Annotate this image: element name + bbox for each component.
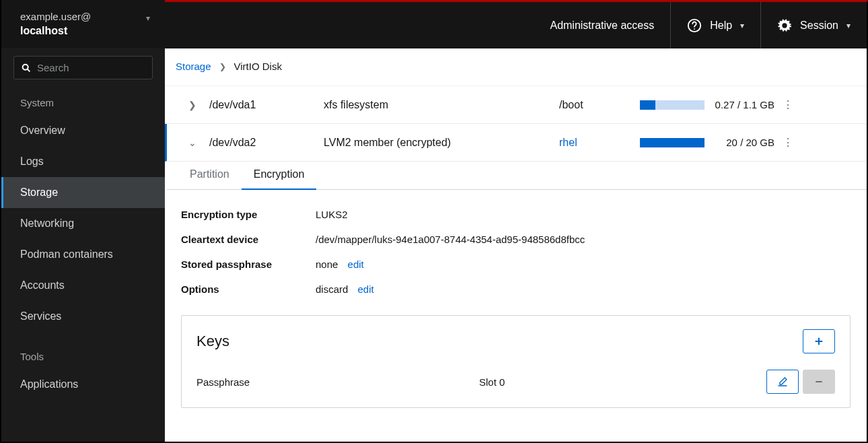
volume-group-link[interactable]: rhel	[559, 137, 577, 148]
gear-icon	[777, 18, 792, 33]
main-area: Administrative access Help ▾ Session ▾ S…	[165, 0, 868, 443]
user-at: example.user@	[20, 9, 91, 24]
partition-type: LVM2 member (encrypted)	[324, 137, 559, 149]
partition-device: /dev/vda2	[209, 137, 324, 149]
svg-point-0	[23, 65, 28, 70]
chevron-right-icon[interactable]: ❯	[176, 100, 209, 110]
caret-down-icon: ▾	[740, 21, 744, 30]
partition-mount: /boot	[559, 99, 640, 111]
session-label: Session	[800, 20, 838, 32]
breadcrumb-parent[interactable]: Storage	[176, 61, 211, 72]
partition-type: xfs filesystem	[324, 99, 559, 111]
svg-line-1	[28, 69, 30, 72]
partition-size: 0.27 / 1.1 GB	[707, 99, 774, 110]
stored-passphrase-label: Stored passphrase	[181, 259, 316, 270]
sidebar-item-overview[interactable]: Overview	[1, 115, 165, 146]
remove-key-button[interactable]	[803, 370, 835, 394]
keys-heading: Keys	[196, 333, 229, 350]
partition-size: 20 / 20 GB	[707, 137, 774, 148]
chevron-right-icon: ❯	[219, 62, 226, 71]
nav-section-tools: Tools	[1, 341, 165, 369]
edit-options-link[interactable]: edit	[358, 283, 374, 295]
admin-access-label: Administrative access	[550, 20, 654, 32]
caret-down-icon: ▾	[146, 13, 150, 23]
key-type: Passphrase	[196, 376, 479, 388]
help-icon	[687, 18, 702, 33]
partition-row[interactable]: ❯ /dev/vda1 xfs filesystem /boot 0.27 / …	[165, 86, 867, 124]
plus-icon	[813, 336, 824, 347]
content: ❯ /dev/vda1 xfs filesystem /boot 0.27 / …	[165, 86, 867, 442]
search-input[interactable]	[37, 62, 165, 73]
breadcrumb-current: VirtIO Disk	[234, 61, 282, 72]
caret-down-icon: ▾	[846, 21, 851, 30]
partition-mount: rhel	[559, 137, 640, 149]
tab-encryption[interactable]: Encryption	[242, 162, 317, 190]
sidebar-item-podman[interactable]: Podman containers	[1, 239, 165, 270]
search-field[interactable]	[13, 56, 153, 79]
sidebar: example.user@ localhost ▾ System Overvie…	[0, 0, 165, 443]
sidebar-item-storage[interactable]: Storage	[1, 177, 165, 208]
detail-tabs: Partition Encryption	[167, 162, 867, 190]
edit-key-button[interactable]	[766, 370, 799, 394]
session-menu[interactable]: Session ▾	[760, 2, 867, 48]
sidebar-user-switcher[interactable]: example.user@ localhost ▾	[1, 0, 165, 48]
minus-icon	[813, 376, 824, 387]
sidebar-item-logs[interactable]: Logs	[1, 146, 165, 177]
usage-bar	[640, 100, 707, 110]
tab-partition[interactable]: Partition	[178, 162, 242, 190]
sidebar-item-services[interactable]: Services	[1, 301, 165, 332]
sidebar-item-accounts[interactable]: Accounts	[1, 270, 165, 301]
help-menu[interactable]: Help ▾	[670, 2, 760, 48]
help-label: Help	[710, 20, 732, 32]
partition-row[interactable]: ⌄ /dev/vda2 LVM2 member (encrypted) rhel…	[165, 124, 867, 162]
search-icon	[21, 63, 32, 73]
cleartext-device-label: Cleartext device	[181, 234, 316, 245]
encryption-type-value: LUKS2	[316, 209, 851, 220]
admin-access-button[interactable]: Administrative access	[534, 2, 670, 48]
usage-bar	[640, 138, 707, 147]
stored-passphrase-value: none	[316, 259, 338, 270]
options-label: Options	[181, 283, 316, 295]
nav-section-system: System	[1, 88, 165, 115]
add-key-button[interactable]	[803, 329, 835, 353]
key-slot: Slot 0	[479, 376, 766, 388]
partition-device: /dev/vda1	[209, 99, 324, 111]
chevron-down-icon[interactable]: ⌄	[176, 137, 209, 148]
encryption-type-label: Encryption type	[181, 209, 316, 220]
breadcrumb: Storage ❯ VirtIO Disk	[165, 48, 867, 86]
topbar: Administrative access Help ▾ Session ▾	[165, 2, 867, 48]
encryption-details: Encryption type LUKS2 Cleartext device /…	[165, 190, 867, 307]
sidebar-item-applications[interactable]: Applications	[1, 369, 165, 400]
options-value: discard	[316, 283, 348, 295]
cleartext-device-value: /dev/mapper/luks-94e1a007-8744-4354-ad95…	[316, 234, 851, 245]
key-row: Passphrase Slot 0	[196, 370, 835, 394]
svg-point-3	[694, 28, 695, 30]
kebab-menu-icon[interactable]: ⋮	[774, 98, 801, 111]
keys-card: Keys Passphrase Slot 0	[181, 315, 851, 408]
sidebar-item-networking[interactable]: Networking	[1, 208, 165, 239]
kebab-menu-icon[interactable]: ⋮	[774, 136, 801, 149]
user-host: localhost	[20, 24, 91, 38]
edit-passphrase-link[interactable]: edit	[348, 259, 364, 270]
edit-icon	[777, 376, 788, 387]
